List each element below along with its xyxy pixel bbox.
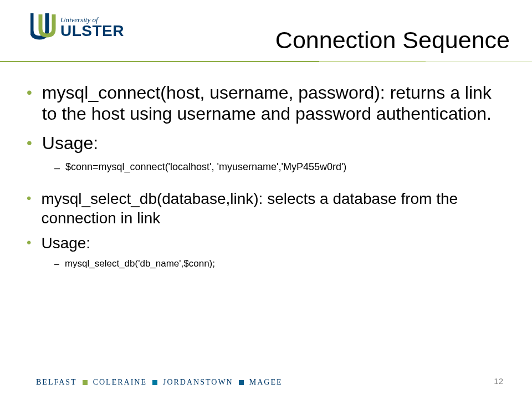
page-number: 12 xyxy=(494,376,503,386)
bullet-item: • Usage: xyxy=(27,132,505,154)
logo-u-icon xyxy=(30,12,56,42)
bullet-text: Usage: xyxy=(42,132,98,154)
slide-body: • mysql_connect(host, username, password… xyxy=(27,82,505,270)
separator-square-icon xyxy=(83,380,88,385)
sub-bullet-text: mysql_select_db('db_name',$conn); xyxy=(65,258,215,269)
campus-name: JORDANSTOWN xyxy=(163,378,233,387)
bullet-icon: • xyxy=(27,132,32,154)
campus-name: MAGEE xyxy=(249,378,283,387)
sub-bullet-item: – $conn=mysql_connect('localhost', 'myus… xyxy=(54,161,505,175)
header-divider xyxy=(0,61,532,62)
slide-header: University of ULSTER Connection Sequence xyxy=(0,0,532,66)
bullet-icon: • xyxy=(27,189,31,208)
separator-square-icon xyxy=(152,380,157,385)
bullet-icon: • xyxy=(27,233,31,252)
sub-bullet-text: $conn=mysql_connect('localhost', 'myuser… xyxy=(65,161,346,173)
separator-square-icon xyxy=(239,380,244,385)
dash-icon: – xyxy=(54,258,59,270)
bullet-item: • Usage: xyxy=(27,233,505,253)
bullet-text: mysql_select_db(database,link): selects … xyxy=(41,189,505,228)
campus-footer: BELFAST COLERAINE JORDANSTOWN MAGEE xyxy=(36,378,283,387)
logo-title: ULSTER xyxy=(60,23,124,39)
bullet-icon: • xyxy=(27,82,32,103)
campus-name: COLERAINE xyxy=(93,378,147,387)
campus-name: BELFAST xyxy=(36,378,77,387)
bullet-text: Usage: xyxy=(41,233,90,253)
bullet-item: • mysql_connect(host, username, password… xyxy=(27,82,505,125)
slide-title: Connection Sequence xyxy=(275,27,510,54)
sub-bullet-item: – mysql_select_db('db_name',$conn); xyxy=(54,258,505,270)
dash-icon: – xyxy=(54,161,60,175)
bullet-item: • mysql_select_db(database,link): select… xyxy=(27,189,505,228)
university-logo: University of ULSTER xyxy=(30,12,124,42)
bullet-text: mysql_connect(host, username, password):… xyxy=(42,82,505,125)
